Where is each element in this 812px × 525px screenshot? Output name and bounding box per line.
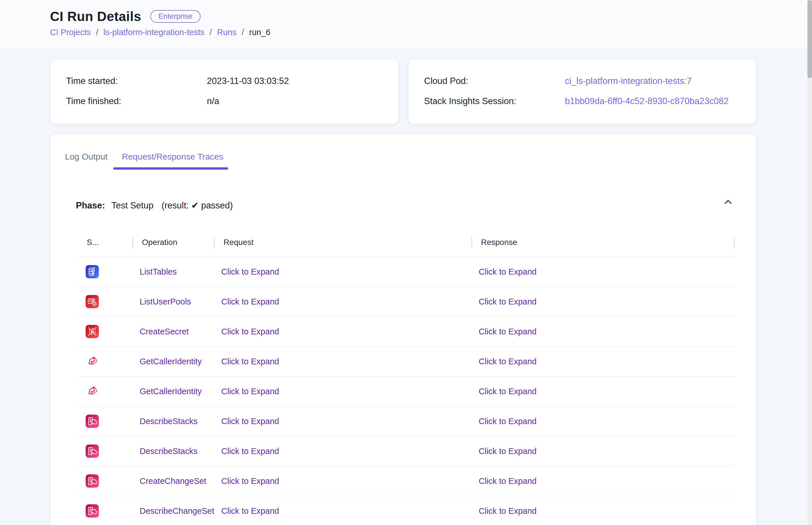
table-row: DescribeChangeSet Click to Expand Click … — [78, 496, 735, 525]
breadcrumb-separator: / — [241, 28, 244, 37]
tab-log-output[interactable]: Log Output — [65, 152, 108, 162]
column-header-operation: Operation — [133, 238, 214, 247]
table-row: DescribeStacks Click to Expand Click to … — [78, 436, 735, 466]
enterprise-badge: Enterprise — [150, 10, 201, 23]
time-finished-label: Time finished: — [66, 96, 207, 106]
breadcrumb-link-project[interactable]: ls-platform-integration-tests — [104, 28, 204, 37]
page-header: CI Run Details Enterprise CI Projects / … — [0, 0, 812, 49]
response-expand-link[interactable]: Click to Expand — [472, 447, 735, 456]
phase-result: (result: ✔ passed) — [161, 200, 233, 211]
cloudformation-icon — [85, 475, 99, 487]
phase-header: Phase: Test Setup (result: ✔ passed) — [76, 200, 233, 211]
cloud-pod-label: Cloud Pod: — [424, 76, 565, 86]
table-row: DescribeStacks Click to Expand Click to … — [78, 407, 735, 436]
table-row: GetCallerIdentity Click to Expand Click … — [78, 377, 735, 407]
request-expand-link[interactable]: Click to Expand — [214, 387, 472, 396]
time-started-label: Time started: — [66, 76, 207, 86]
time-finished-value: n/a — [207, 96, 219, 106]
breadcrumb: CI Projects / ls-platform-integration-te… — [50, 28, 270, 37]
operation-link[interactable]: GetCallerIdentity — [133, 387, 214, 396]
response-expand-link[interactable]: Click to Expand — [472, 327, 735, 336]
response-expand-link[interactable]: Click to Expand — [472, 387, 735, 396]
response-expand-link[interactable]: Click to Expand — [472, 506, 735, 516]
stack-insights-label: Stack Insights Session: — [424, 96, 565, 106]
table-row: ListTables Click to Expand Click to Expa… — [78, 257, 735, 287]
ci-run-details-page: CI Run Details Enterprise CI Projects / … — [0, 0, 812, 525]
phase-name: Test Setup — [111, 200, 153, 211]
column-divider — [132, 237, 133, 249]
operation-link[interactable]: DescribeStacks — [133, 417, 214, 426]
request-expand-link[interactable]: Click to Expand — [214, 476, 472, 486]
run-times-card: Time started: 2023-11-03 03:03:52 Time f… — [50, 59, 399, 124]
active-tab-indicator — [113, 167, 228, 170]
table-row: ListUserPools Click to Expand Click to E… — [78, 287, 735, 317]
operation-link[interactable]: DescribeChangeSet — [133, 506, 214, 516]
secrets-manager-icon — [85, 325, 99, 338]
table-row: CreateSecret Click to Expand Click to Ex… — [78, 317, 735, 347]
column-header-response: Response — [472, 238, 735, 247]
column-header-service: S... — [78, 238, 133, 247]
column-divider — [471, 237, 472, 249]
request-expand-link[interactable]: Click to Expand — [214, 327, 472, 336]
operation-link[interactable]: DescribeStacks — [133, 447, 214, 456]
traces-table-header: S... Operation Request Response — [78, 228, 735, 257]
request-expand-link[interactable]: Click to Expand — [214, 267, 472, 276]
cloudformation-icon — [85, 415, 99, 428]
request-expand-link[interactable]: Click to Expand — [214, 297, 472, 306]
breadcrumb-separator: / — [209, 28, 212, 37]
stack-insights-link[interactable]: b1bb09da-6ff0-4c52-8930-c870ba23c082 — [565, 96, 729, 106]
operation-link[interactable]: GetCallerIdentity — [133, 357, 214, 366]
run-links-card: Cloud Pod: ci_ls-platform-integration-te… — [408, 59, 757, 124]
scrollbar-thumb[interactable] — [808, 0, 812, 78]
tab-request-response-traces[interactable]: Request/Response Traces — [122, 152, 223, 162]
column-header-request: Request — [214, 238, 472, 247]
sts-icon — [85, 355, 99, 368]
traces-card: Log Output Request/Response Traces Phase… — [50, 133, 757, 525]
response-expand-link[interactable]: Click to Expand — [472, 297, 735, 306]
traces-table: S... Operation Request Response ListTabl… — [78, 228, 735, 525]
response-expand-link[interactable]: Click to Expand — [472, 417, 735, 426]
breadcrumb-separator: / — [96, 28, 98, 37]
table-row: CreateChangeSet Click to Expand Click to… — [78, 466, 735, 496]
page-title: CI Run Details — [50, 9, 141, 24]
request-expand-link[interactable]: Click to Expand — [214, 506, 472, 516]
breadcrumb-link-ci-projects[interactable]: CI Projects — [50, 28, 91, 37]
operation-link[interactable]: ListUserPools — [133, 297, 214, 306]
request-expand-link[interactable]: Click to Expand — [214, 417, 472, 426]
operation-link[interactable]: CreateSecret — [133, 327, 214, 336]
breadcrumb-link-runs[interactable]: Runs — [217, 28, 236, 37]
time-started-value: 2023-11-03 03:03:52 — [207, 76, 289, 86]
response-expand-link[interactable]: Click to Expand — [472, 357, 735, 366]
response-expand-link[interactable]: Click to Expand — [472, 476, 735, 486]
cognito-icon — [85, 295, 99, 308]
sts-icon — [85, 385, 99, 398]
breadcrumb-current-run: run_6 — [249, 28, 270, 37]
cloudformation-icon — [85, 445, 99, 458]
scrollbar-track[interactable] — [808, 0, 812, 525]
cloudformation-icon — [85, 504, 99, 518]
request-expand-link[interactable]: Click to Expand — [214, 447, 472, 456]
response-expand-link[interactable]: Click to Expand — [472, 267, 735, 276]
chevron-up-icon[interactable] — [723, 197, 733, 207]
cloud-pod-link[interactable]: ci_ls-platform-integration-tests:7 — [565, 76, 692, 86]
request-expand-link[interactable]: Click to Expand — [214, 357, 472, 366]
column-divider — [214, 237, 215, 249]
phase-label: Phase: — [76, 200, 105, 211]
operation-link[interactable]: ListTables — [133, 267, 214, 276]
operation-link[interactable]: CreateChangeSet — [133, 476, 214, 486]
column-divider — [734, 237, 735, 249]
table-row: GetCallerIdentity Click to Expand Click … — [78, 347, 735, 377]
dynamodb-icon — [85, 265, 99, 278]
